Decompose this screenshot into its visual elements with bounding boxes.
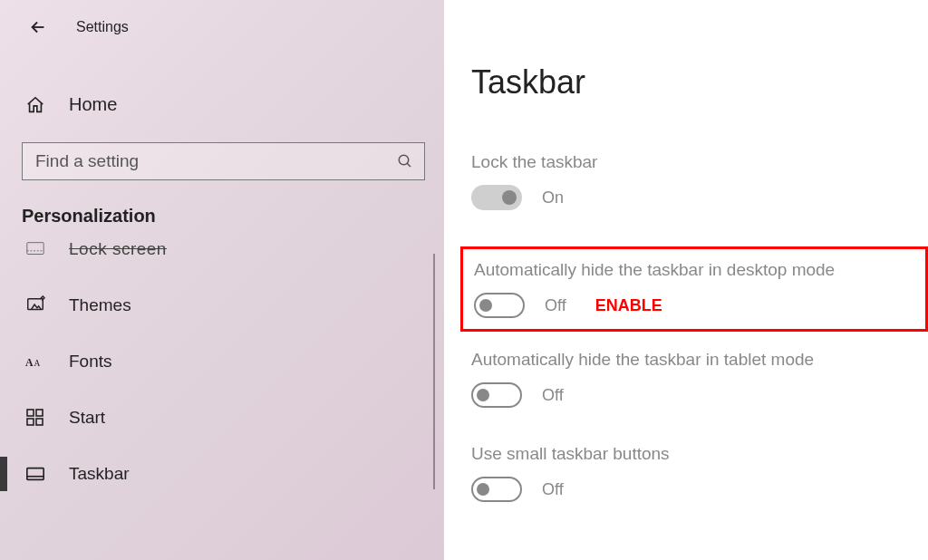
svg-rect-6 (36, 410, 43, 416)
search-icon (397, 153, 413, 169)
back-button[interactable] (25, 14, 51, 40)
sidebar-item-label: Fonts (69, 352, 112, 372)
setting-label: Automatically hide the taskbar in deskto… (474, 260, 920, 280)
svg-rect-1 (27, 243, 44, 255)
toggle-lock-taskbar[interactable] (471, 185, 522, 210)
svg-rect-7 (27, 419, 34, 425)
sidebar-item-lock-screen[interactable]: Lock screen (0, 239, 444, 277)
toggle-row: On (471, 185, 928, 210)
toggle-row: Off (471, 382, 928, 408)
toggle-knob (477, 483, 489, 496)
sidebar-item-taskbar[interactable]: Taskbar (0, 446, 444, 502)
toggle-small-buttons[interactable] (471, 477, 522, 502)
toggle-knob (502, 190, 517, 205)
setting-label: Use small taskbar buttons (471, 444, 928, 464)
setting-label: Lock the taskbar (471, 152, 928, 172)
content-pane: Taskbar Lock the taskbar On Automaticall… (444, 0, 928, 560)
home-icon (25, 95, 45, 115)
sidebar-item-start[interactable]: Start (0, 390, 444, 446)
svg-rect-9 (27, 468, 44, 480)
toggle-autohide-tablet[interactable] (471, 382, 522, 408)
lock-screen-icon (25, 239, 45, 259)
toggle-state: Off (545, 296, 566, 315)
setting-label: Automatically hide the taskbar in tablet… (471, 350, 928, 370)
page-title: Taskbar (471, 63, 928, 101)
toggle-state: Off (542, 480, 564, 499)
svg-text:A: A (34, 359, 40, 368)
svg-point-0 (399, 155, 409, 165)
search-input[interactable] (35, 151, 397, 171)
toggle-knob (479, 299, 492, 312)
nav-list: Lock screen Themes A A Fonts (0, 239, 444, 502)
section-title: Personalization (0, 180, 444, 239)
themes-icon (25, 295, 45, 315)
app-title: Settings (76, 19, 129, 35)
toggle-row: Off (471, 477, 928, 502)
sidebar-item-label: Start (69, 408, 105, 428)
toggle-state: Off (542, 386, 564, 405)
svg-rect-5 (27, 410, 34, 416)
sidebar-item-fonts[interactable]: A A Fonts (0, 333, 444, 390)
sidebar: Settings Home Personalization Lock scree… (0, 0, 444, 560)
back-arrow-icon (28, 17, 48, 37)
setting-autohide-tablet: Automatically hide the taskbar in tablet… (471, 350, 928, 408)
start-icon (25, 408, 45, 428)
sidebar-item-label: Themes (69, 295, 131, 315)
search-box[interactable] (22, 142, 425, 180)
home-label: Home (69, 94, 117, 115)
setting-autohide-desktop: Automatically hide the taskbar in deskto… (460, 246, 928, 332)
taskbar-icon (25, 464, 45, 484)
svg-text:A: A (25, 357, 34, 369)
annotation-text: ENABLE (595, 296, 662, 315)
sidebar-item-label: Taskbar (69, 464, 130, 484)
sidebar-item-label: Lock screen (69, 239, 167, 259)
setting-lock-taskbar: Lock the taskbar On (471, 152, 928, 210)
toggle-state: On (542, 188, 564, 208)
toggle-knob (477, 389, 489, 401)
svg-rect-8 (36, 419, 43, 425)
toggle-row: Off ENABLE (474, 293, 920, 318)
toggle-autohide-desktop[interactable] (474, 293, 525, 318)
setting-small-buttons: Use small taskbar buttons Off (471, 444, 928, 502)
fonts-icon: A A (25, 352, 45, 372)
home-nav[interactable]: Home (0, 85, 444, 124)
sidebar-item-themes[interactable]: Themes (0, 277, 444, 333)
sidebar-header: Settings (0, 11, 444, 40)
